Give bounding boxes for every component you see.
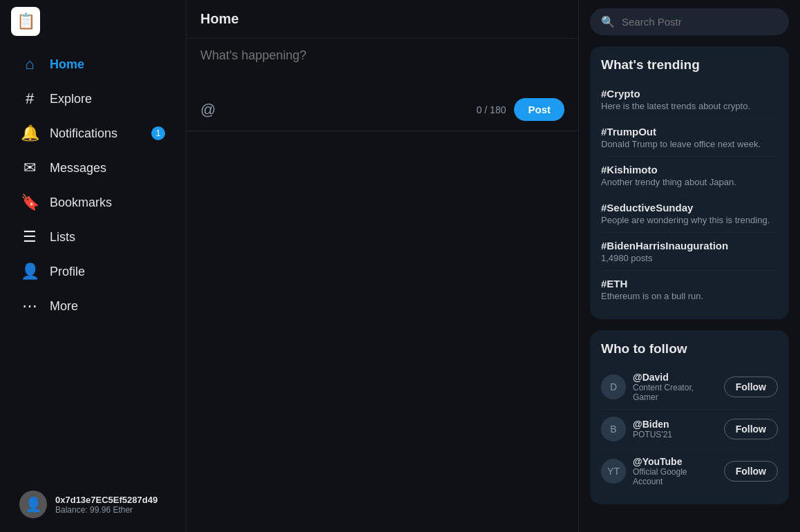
- sidebar-item-notifications[interactable]: 🔔 Notifications 1: [11, 116, 175, 151]
- sidebar-item-label: Notifications: [50, 126, 117, 141]
- follow-desc: Official Google Account: [633, 467, 717, 486]
- sidebar-item-label: More: [50, 299, 78, 314]
- follow-item: B @Biden POTUS'21 Follow: [601, 410, 778, 449]
- trend-item[interactable]: #SeductiveSunday People are wondering wh…: [601, 195, 778, 233]
- sidebar-item-explore[interactable]: # Explore: [11, 82, 175, 116]
- trending-panel: What's trending #Crypto Here is the late…: [590, 46, 789, 319]
- sidebar-item-messages[interactable]: ✉ Messages: [11, 151, 175, 185]
- char-count: 0 / 180: [477, 104, 506, 115]
- trend-desc: Here is the latest trends about crypto.: [601, 101, 778, 111]
- compose-input[interactable]: [200, 48, 564, 90]
- sidebar-item-label: Explore: [50, 92, 92, 106]
- follow-desc: Content Creator, Gamer: [633, 383, 717, 402]
- more-icon: ⋯: [21, 297, 39, 315]
- avatar: B: [601, 417, 626, 441]
- user-info: 0x7d13e7EC5Ef5287d49 Balance: 99.96 Ethe…: [55, 495, 158, 515]
- page-title: Home: [187, 0, 578, 39]
- explore-icon: #: [21, 90, 39, 108]
- trend-tag: #TrumpOut: [601, 126, 778, 137]
- trend-item[interactable]: #Crypto Here is the latest trends about …: [601, 81, 778, 119]
- sidebar-item-more[interactable]: ⋯ More: [11, 289, 175, 323]
- lists-icon: ☰: [21, 228, 39, 246]
- trend-item[interactable]: #TrumpOut Donald Trump to leave office n…: [601, 119, 778, 157]
- trend-tag: #Crypto: [601, 88, 778, 99]
- compose-footer: @ 0 / 180 Post: [200, 98, 564, 121]
- trend-tag: #SeductiveSunday: [601, 202, 778, 213]
- follow-info: @Biden POTUS'21: [633, 419, 717, 439]
- sidebar-item-label: Bookmarks: [50, 196, 112, 210]
- sidebar-item-home[interactable]: ⌂ Home: [11, 47, 175, 82]
- right-panel: 🔍 What's trending #Crypto Here is the la…: [579, 0, 800, 532]
- post-button[interactable]: Post: [514, 98, 564, 121]
- sidebar-item-label: Lists: [50, 230, 75, 245]
- trend-desc: Ethereum is on a bull run.: [601, 291, 778, 301]
- search-bar: 🔍: [590, 8, 789, 35]
- avatar: YT: [601, 459, 626, 484]
- trend-tag: #Kishimoto: [601, 164, 778, 175]
- sidebar-item-label: Messages: [50, 161, 106, 175]
- notifications-icon: 🔔: [21, 124, 39, 142]
- sidebar-item-profile[interactable]: 👤 Profile: [11, 254, 175, 289]
- home-icon: ⌂: [21, 55, 39, 73]
- sidebar-item-label: Profile: [50, 265, 85, 279]
- compose-right: 0 / 180 Post: [477, 98, 564, 121]
- follow-button[interactable]: Follow: [724, 461, 778, 482]
- trend-item[interactable]: #ETH Ethereum is on a bull run.: [601, 271, 778, 308]
- who-to-follow-panel: Who to follow D @David Content Creator, …: [590, 330, 789, 504]
- trend-desc: People are wondering why this is trendin…: [601, 215, 778, 225]
- notifications-badge: 1: [151, 126, 165, 140]
- bookmarks-icon: 🔖: [21, 193, 39, 211]
- follow-handle: @Biden: [633, 419, 717, 430]
- trending-title: What's trending: [601, 57, 778, 73]
- user-balance: Balance: 99.96 Ether: [55, 505, 158, 515]
- messages-icon: ✉: [21, 159, 39, 177]
- trend-tag: #ETH: [601, 278, 778, 289]
- sidebar: 📋 ⌂ Home # Explore 🔔 Notifications 1 ✉ M…: [0, 0, 187, 532]
- at-mention-icon[interactable]: @: [200, 101, 216, 119]
- compose-area: @ 0 / 180 Post: [187, 39, 578, 131]
- follow-button[interactable]: Follow: [724, 419, 778, 439]
- trend-desc: 1,4980 posts: [601, 253, 778, 263]
- trend-desc: Donald Trump to leave office next week.: [601, 139, 778, 149]
- who-to-follow-title: Who to follow: [601, 341, 778, 357]
- search-input[interactable]: [622, 16, 778, 28]
- sidebar-item-lists[interactable]: ☰ Lists: [11, 220, 175, 254]
- search-icon: 🔍: [601, 15, 615, 28]
- trend-item[interactable]: #Kishimoto Another trendy thing about Ja…: [601, 157, 778, 195]
- avatar: 👤: [19, 491, 47, 518]
- trend-desc: Another trendy thing about Japan.: [601, 177, 778, 187]
- follow-button[interactable]: Follow: [724, 377, 778, 397]
- user-profile-button[interactable]: 👤 0x7d13e7EC5Ef5287d49 Balance: 99.96 Et…: [11, 484, 175, 525]
- follow-handle: @David: [633, 372, 717, 383]
- follow-desc: POTUS'21: [633, 430, 717, 439]
- sidebar-item-label: Home: [50, 57, 84, 72]
- follow-info: @David Content Creator, Gamer: [633, 372, 717, 402]
- app-logo[interactable]: 📋: [11, 7, 40, 36]
- sidebar-item-bookmarks[interactable]: 🔖 Bookmarks: [11, 185, 175, 220]
- follow-info: @YouTube Official Google Account: [633, 456, 717, 486]
- trend-item[interactable]: #BidenHarrisInauguration 1,4980 posts: [601, 233, 778, 271]
- main-content: Home @ 0 / 180 Post: [187, 0, 579, 532]
- avatar: D: [601, 374, 626, 399]
- follow-handle: @YouTube: [633, 456, 717, 467]
- profile-icon: 👤: [21, 263, 39, 281]
- follow-item: YT @YouTube Official Google Account Foll…: [601, 449, 778, 493]
- trend-tag: #BidenHarrisInauguration: [601, 240, 778, 251]
- user-address: 0x7d13e7EC5Ef5287d49: [55, 495, 158, 505]
- follow-item: D @David Content Creator, Gamer Follow: [601, 365, 778, 410]
